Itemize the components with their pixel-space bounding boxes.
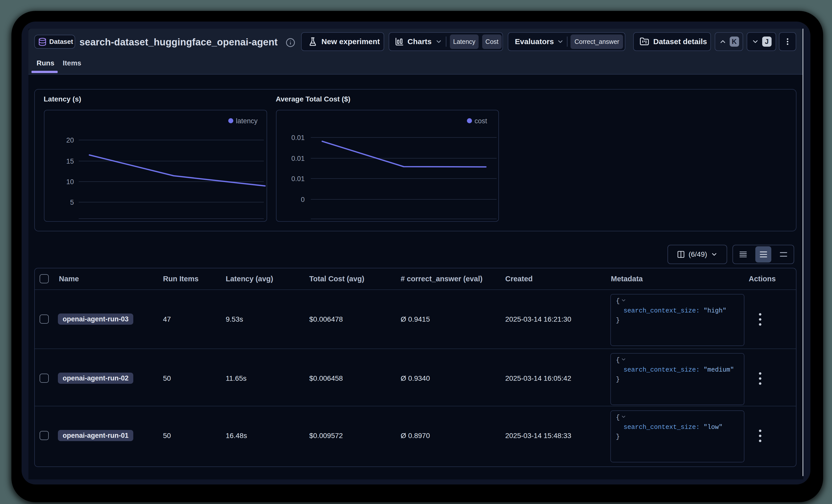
svg-text:latency: latency — [236, 117, 258, 125]
svg-text:cost: cost — [474, 117, 487, 125]
svg-text:0.01: 0.01 — [291, 155, 305, 162]
svg-text:0.01: 0.01 — [291, 134, 305, 142]
svg-text:10: 10 — [66, 178, 74, 186]
svg-text:0.01: 0.01 — [291, 175, 305, 183]
svg-text:15: 15 — [66, 158, 74, 165]
svg-text:20: 20 — [66, 137, 74, 144]
svg-text:5: 5 — [70, 199, 74, 206]
svg-text:0: 0 — [301, 196, 305, 203]
